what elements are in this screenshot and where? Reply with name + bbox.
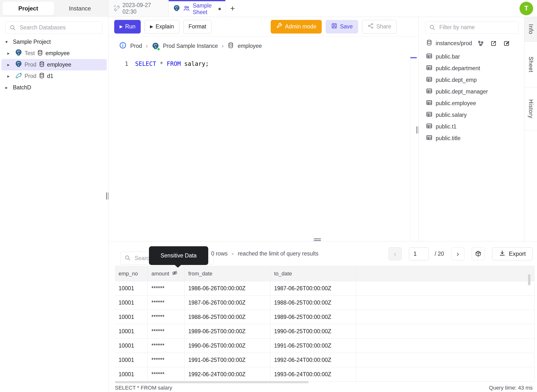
info-icon[interactable] bbox=[119, 42, 127, 51]
cell-from-date: 1989-06-25T00:00:00Z bbox=[185, 324, 270, 338]
mysql-icon bbox=[15, 72, 22, 81]
vertical-scrollbar-thumb[interactable] bbox=[528, 274, 530, 285]
tab-bar-spacer bbox=[240, 0, 520, 17]
breadcrumb-instance[interactable]: Prod Sample Instance bbox=[163, 43, 218, 49]
export-button[interactable]: Export bbox=[492, 247, 533, 260]
caret-right-icon[interactable]: ▸ bbox=[7, 51, 13, 56]
table-list-item[interactable]: public.salary bbox=[419, 109, 524, 121]
table-list-item[interactable]: public.employee bbox=[419, 97, 524, 109]
breadcrumb-database[interactable]: employee bbox=[238, 43, 262, 49]
tab-history[interactable]: History bbox=[524, 87, 537, 130]
edit-icon[interactable] bbox=[503, 40, 510, 47]
cell-to-date: 1991-06-25T00:00:00Z bbox=[270, 339, 356, 353]
table-row[interactable]: 10001 ****** 1990-06-25T00:00:00Z 1991-0… bbox=[115, 339, 534, 353]
table-list-item[interactable]: public.dept_manager bbox=[419, 86, 524, 97]
table-row[interactable]: 10001 ****** 1988-06-25T00:00:00Z 1989-0… bbox=[115, 310, 534, 324]
sheet-tab-timestamp[interactable]: 2023-09-27 02:30 bbox=[108, 0, 169, 17]
sheet-tab-bar: 2023-09-27 02:30 Sample Sheet + T bbox=[108, 0, 537, 17]
table-list-item[interactable]: public.dept_emp bbox=[419, 74, 524, 86]
pagination: ‹ / 20 › Export bbox=[389, 247, 533, 260]
explain-button[interactable]: ▶Explain bbox=[145, 20, 179, 34]
table-icon bbox=[426, 76, 433, 84]
tree-node-test-employee[interactable]: ▸ Test employee bbox=[0, 48, 108, 59]
tree-node-prod-d1[interactable]: ▸ Prod d1 bbox=[0, 70, 108, 82]
column-header-to-date: to_date bbox=[270, 266, 356, 281]
new-sheet-button[interactable]: + bbox=[225, 0, 240, 17]
results-status-bar: SELECT * FROM salary Query time: 43 ms bbox=[108, 383, 537, 392]
prev-page-button[interactable]: ‹ bbox=[389, 247, 402, 260]
share-button[interactable]: Share bbox=[362, 20, 397, 34]
table-list-item[interactable]: public.department bbox=[419, 62, 524, 74]
sql-operator: * bbox=[156, 60, 167, 67]
tree-node-sample-project[interactable]: ▾ Sample Project bbox=[0, 36, 108, 48]
sql-editor-app: Project Instance ▾ Sample Project ▸ Test… bbox=[0, 0, 537, 392]
sheet-tab-sample-sheet[interactable]: Sample Sheet bbox=[169, 0, 225, 17]
eye-off-icon[interactable] bbox=[172, 270, 178, 278]
data-masking-button[interactable] bbox=[472, 247, 485, 260]
table-icon bbox=[426, 99, 433, 107]
cell-to-date: 1993-06-24T00:00:00Z bbox=[270, 367, 356, 381]
save-button[interactable]: Save bbox=[326, 20, 358, 34]
unlink-icon bbox=[113, 4, 120, 13]
cell-filler bbox=[356, 281, 534, 295]
format-button[interactable]: Format bbox=[183, 20, 212, 34]
save-icon bbox=[331, 23, 338, 31]
column-header-emp-no: emp_no bbox=[115, 266, 148, 281]
column-header-from-date: from_date bbox=[185, 266, 270, 281]
search-databases-input[interactable] bbox=[5, 21, 102, 34]
wrench-icon bbox=[276, 23, 283, 31]
team-icon bbox=[183, 5, 190, 13]
cell-amount-masked: ****** bbox=[148, 324, 185, 338]
user-avatar[interactable]: T bbox=[520, 2, 533, 15]
cell-filler bbox=[356, 310, 534, 324]
cell-to-date: 1990-06-25T00:00:00Z bbox=[270, 324, 356, 338]
caret-right-icon[interactable]: ▸ bbox=[7, 73, 13, 79]
table-icon bbox=[426, 88, 433, 96]
table-row[interactable]: 10001 ****** 1986-06-26T00:00:00Z 1987-0… bbox=[115, 281, 534, 296]
tree-node-prod-employee[interactable]: ▸ Prod employee bbox=[1, 59, 107, 70]
next-page-button[interactable]: › bbox=[451, 247, 464, 260]
table-row[interactable]: 10001 ****** 1991-06-25T00:00:00Z 1992-0… bbox=[115, 353, 534, 367]
table-row[interactable]: 10001 ****** 1989-06-25T00:00:00Z 1990-0… bbox=[115, 324, 534, 339]
filter-by-name-input[interactable] bbox=[425, 21, 519, 34]
caret-right-icon[interactable]: ▸ bbox=[7, 62, 13, 68]
cell-from-date: 1988-06-25T00:00:00Z bbox=[185, 310, 270, 324]
table-row[interactable]: 10001 ****** 1992-06-24T00:00:00Z 1993-0… bbox=[115, 367, 534, 382]
line-number: 1 bbox=[121, 59, 128, 69]
rows-info: 0 rows - reached the limit of query resu… bbox=[211, 241, 319, 266]
table-list-item[interactable]: public.title bbox=[419, 132, 524, 144]
table-list-item[interactable]: public.t1 bbox=[419, 121, 524, 132]
sql-code-line: SELECT * FROM salary; bbox=[135, 59, 209, 69]
tab-sheet[interactable]: Sheet bbox=[524, 42, 537, 87]
admin-mode-button[interactable]: Admin mode bbox=[271, 20, 322, 34]
sql-keyword: SELECT bbox=[135, 60, 156, 67]
cell-emp-no: 10001 bbox=[115, 296, 148, 310]
tab-info[interactable]: Info bbox=[524, 17, 537, 42]
sql-editor[interactable]: 1 SELECT * FROM salary; bbox=[108, 56, 418, 241]
horizontal-scrollbar-thumb[interactable] bbox=[115, 381, 309, 383]
tab-instance[interactable]: Instance bbox=[54, 2, 106, 15]
results-resize-handle[interactable] bbox=[314, 239, 321, 241]
external-link-icon[interactable] bbox=[490, 40, 497, 47]
cell-to-date: 1987-06-26T00:00:00Z bbox=[270, 281, 356, 295]
cell-filler bbox=[356, 324, 534, 338]
unsaved-dot-indicator bbox=[218, 8, 221, 10]
chevron-right-icon: › bbox=[222, 42, 224, 50]
run-button[interactable]: ▶Run bbox=[114, 20, 141, 34]
page-number-input[interactable] bbox=[409, 247, 429, 260]
tree-node-batchd[interactable]: ▸ BatchD bbox=[0, 82, 108, 93]
cell-amount-masked: ****** bbox=[148, 296, 185, 310]
tab-project[interactable]: Project bbox=[2, 2, 54, 15]
table-icon bbox=[426, 53, 433, 61]
editor-overview-ruler[interactable] bbox=[410, 56, 417, 241]
schema-diagram-icon[interactable] bbox=[477, 40, 484, 47]
caret-down-icon[interactable]: ▾ bbox=[5, 39, 11, 45]
database-label: d1 bbox=[47, 73, 53, 79]
online-status-dot bbox=[157, 48, 160, 51]
page-total: / 20 bbox=[435, 251, 444, 257]
breadcrumb-environment[interactable]: Prod bbox=[130, 43, 142, 49]
caret-right-icon[interactable]: ▸ bbox=[5, 85, 11, 90]
table-list-item[interactable]: public.bar bbox=[419, 51, 524, 62]
cell-emp-no: 10001 bbox=[115, 353, 148, 367]
table-row[interactable]: 10001 ****** 1987-06-26T00:00:00Z 1988-0… bbox=[115, 296, 534, 310]
